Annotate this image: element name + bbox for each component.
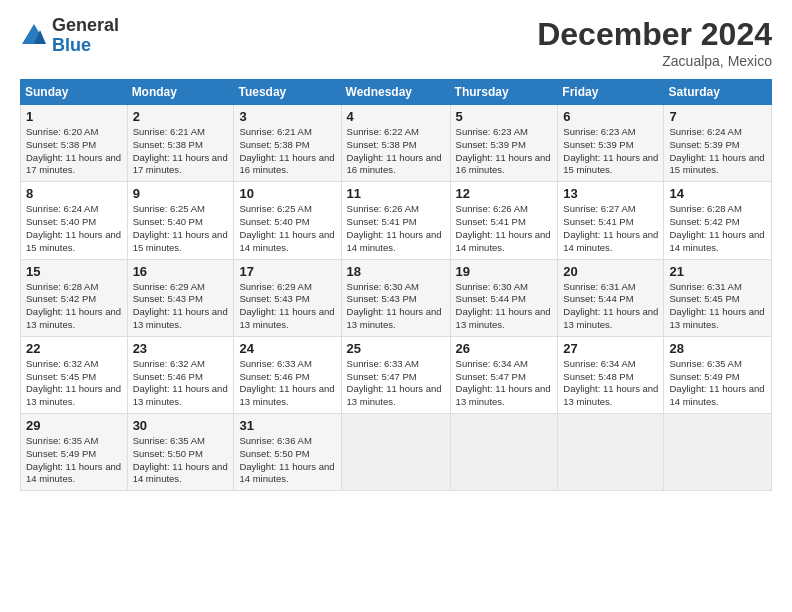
- calendar-header: Sunday Monday Tuesday Wednesday Thursday…: [21, 80, 772, 105]
- table-row: 5 Sunrise: 6:23 AMSunset: 5:39 PMDayligh…: [450, 105, 558, 182]
- day-info: Sunrise: 6:33 AMSunset: 5:47 PMDaylight:…: [347, 358, 442, 407]
- table-row: [341, 414, 450, 491]
- month-title: December 2024: [537, 16, 772, 53]
- table-row: 6 Sunrise: 6:23 AMSunset: 5:39 PMDayligh…: [558, 105, 664, 182]
- day-info: Sunrise: 6:35 AMSunset: 5:50 PMDaylight:…: [133, 435, 228, 484]
- day-number: 8: [26, 186, 122, 201]
- table-row: 23 Sunrise: 6:32 AMSunset: 5:46 PMDaylig…: [127, 336, 234, 413]
- day-number: 5: [456, 109, 553, 124]
- table-row: 10 Sunrise: 6:25 AMSunset: 5:40 PMDaylig…: [234, 182, 341, 259]
- table-row: 3 Sunrise: 6:21 AMSunset: 5:38 PMDayligh…: [234, 105, 341, 182]
- table-row: 12 Sunrise: 6:26 AMSunset: 5:41 PMDaylig…: [450, 182, 558, 259]
- table-row: 11 Sunrise: 6:26 AMSunset: 5:41 PMDaylig…: [341, 182, 450, 259]
- header: General Blue December 2024 Zacualpa, Mex…: [20, 16, 772, 69]
- table-row: 2 Sunrise: 6:21 AMSunset: 5:38 PMDayligh…: [127, 105, 234, 182]
- day-number: 7: [669, 109, 766, 124]
- table-row: 22 Sunrise: 6:32 AMSunset: 5:45 PMDaylig…: [21, 336, 128, 413]
- table-row: 28 Sunrise: 6:35 AMSunset: 5:49 PMDaylig…: [664, 336, 772, 413]
- table-row: 13 Sunrise: 6:27 AMSunset: 5:41 PMDaylig…: [558, 182, 664, 259]
- logo-blue: Blue: [52, 36, 119, 56]
- day-info: Sunrise: 6:29 AMSunset: 5:43 PMDaylight:…: [239, 281, 334, 330]
- table-row: 21 Sunrise: 6:31 AMSunset: 5:45 PMDaylig…: [664, 259, 772, 336]
- table-row: 24 Sunrise: 6:33 AMSunset: 5:46 PMDaylig…: [234, 336, 341, 413]
- col-sunday: Sunday: [21, 80, 128, 105]
- day-number: 17: [239, 264, 335, 279]
- day-number: 6: [563, 109, 658, 124]
- subtitle: Zacualpa, Mexico: [537, 53, 772, 69]
- table-row: 29 Sunrise: 6:35 AMSunset: 5:49 PMDaylig…: [21, 414, 128, 491]
- table-row: 7 Sunrise: 6:24 AMSunset: 5:39 PMDayligh…: [664, 105, 772, 182]
- day-info: Sunrise: 6:28 AMSunset: 5:42 PMDaylight:…: [669, 203, 764, 252]
- day-number: 22: [26, 341, 122, 356]
- title-block: December 2024 Zacualpa, Mexico: [537, 16, 772, 69]
- logo-general: General: [52, 16, 119, 36]
- day-number: 26: [456, 341, 553, 356]
- day-info: Sunrise: 6:24 AMSunset: 5:40 PMDaylight:…: [26, 203, 121, 252]
- day-info: Sunrise: 6:21 AMSunset: 5:38 PMDaylight:…: [239, 126, 334, 175]
- day-info: Sunrise: 6:34 AMSunset: 5:47 PMDaylight:…: [456, 358, 551, 407]
- table-row: [664, 414, 772, 491]
- day-info: Sunrise: 6:35 AMSunset: 5:49 PMDaylight:…: [26, 435, 121, 484]
- calendar-body: 1 Sunrise: 6:20 AMSunset: 5:38 PMDayligh…: [21, 105, 772, 491]
- table-row: 17 Sunrise: 6:29 AMSunset: 5:43 PMDaylig…: [234, 259, 341, 336]
- day-number: 14: [669, 186, 766, 201]
- table-row: [558, 414, 664, 491]
- table-row: 9 Sunrise: 6:25 AMSunset: 5:40 PMDayligh…: [127, 182, 234, 259]
- day-info: Sunrise: 6:36 AMSunset: 5:50 PMDaylight:…: [239, 435, 334, 484]
- day-number: 1: [26, 109, 122, 124]
- page: General Blue December 2024 Zacualpa, Mex…: [0, 0, 792, 612]
- day-info: Sunrise: 6:25 AMSunset: 5:40 PMDaylight:…: [239, 203, 334, 252]
- table-row: 19 Sunrise: 6:30 AMSunset: 5:44 PMDaylig…: [450, 259, 558, 336]
- day-info: Sunrise: 6:23 AMSunset: 5:39 PMDaylight:…: [456, 126, 551, 175]
- table-row: 31 Sunrise: 6:36 AMSunset: 5:50 PMDaylig…: [234, 414, 341, 491]
- day-info: Sunrise: 6:26 AMSunset: 5:41 PMDaylight:…: [456, 203, 551, 252]
- day-number: 18: [347, 264, 445, 279]
- table-row: 30 Sunrise: 6:35 AMSunset: 5:50 PMDaylig…: [127, 414, 234, 491]
- table-row: [450, 414, 558, 491]
- day-info: Sunrise: 6:24 AMSunset: 5:39 PMDaylight:…: [669, 126, 764, 175]
- logo-text: General Blue: [52, 16, 119, 56]
- logo: General Blue: [20, 16, 119, 56]
- day-info: Sunrise: 6:30 AMSunset: 5:44 PMDaylight:…: [456, 281, 551, 330]
- day-number: 24: [239, 341, 335, 356]
- day-number: 15: [26, 264, 122, 279]
- day-number: 29: [26, 418, 122, 433]
- day-number: 31: [239, 418, 335, 433]
- day-info: Sunrise: 6:31 AMSunset: 5:44 PMDaylight:…: [563, 281, 658, 330]
- col-saturday: Saturday: [664, 80, 772, 105]
- day-info: Sunrise: 6:22 AMSunset: 5:38 PMDaylight:…: [347, 126, 442, 175]
- day-info: Sunrise: 6:29 AMSunset: 5:43 PMDaylight:…: [133, 281, 228, 330]
- day-number: 23: [133, 341, 229, 356]
- day-info: Sunrise: 6:33 AMSunset: 5:46 PMDaylight:…: [239, 358, 334, 407]
- col-friday: Friday: [558, 80, 664, 105]
- day-number: 16: [133, 264, 229, 279]
- table-row: 1 Sunrise: 6:20 AMSunset: 5:38 PMDayligh…: [21, 105, 128, 182]
- day-number: 3: [239, 109, 335, 124]
- table-row: 27 Sunrise: 6:34 AMSunset: 5:48 PMDaylig…: [558, 336, 664, 413]
- table-row: 20 Sunrise: 6:31 AMSunset: 5:44 PMDaylig…: [558, 259, 664, 336]
- col-tuesday: Tuesday: [234, 80, 341, 105]
- day-number: 13: [563, 186, 658, 201]
- day-info: Sunrise: 6:20 AMSunset: 5:38 PMDaylight:…: [26, 126, 121, 175]
- day-number: 19: [456, 264, 553, 279]
- table-row: 26 Sunrise: 6:34 AMSunset: 5:47 PMDaylig…: [450, 336, 558, 413]
- calendar-table: Sunday Monday Tuesday Wednesday Thursday…: [20, 79, 772, 491]
- table-row: 18 Sunrise: 6:30 AMSunset: 5:43 PMDaylig…: [341, 259, 450, 336]
- day-number: 21: [669, 264, 766, 279]
- day-number: 27: [563, 341, 658, 356]
- table-row: 16 Sunrise: 6:29 AMSunset: 5:43 PMDaylig…: [127, 259, 234, 336]
- day-info: Sunrise: 6:35 AMSunset: 5:49 PMDaylight:…: [669, 358, 764, 407]
- day-info: Sunrise: 6:34 AMSunset: 5:48 PMDaylight:…: [563, 358, 658, 407]
- day-number: 28: [669, 341, 766, 356]
- day-number: 11: [347, 186, 445, 201]
- day-info: Sunrise: 6:21 AMSunset: 5:38 PMDaylight:…: [133, 126, 228, 175]
- day-info: Sunrise: 6:28 AMSunset: 5:42 PMDaylight:…: [26, 281, 121, 330]
- day-info: Sunrise: 6:30 AMSunset: 5:43 PMDaylight:…: [347, 281, 442, 330]
- day-number: 4: [347, 109, 445, 124]
- col-wednesday: Wednesday: [341, 80, 450, 105]
- table-row: 15 Sunrise: 6:28 AMSunset: 5:42 PMDaylig…: [21, 259, 128, 336]
- table-row: 8 Sunrise: 6:24 AMSunset: 5:40 PMDayligh…: [21, 182, 128, 259]
- day-number: 12: [456, 186, 553, 201]
- day-info: Sunrise: 6:26 AMSunset: 5:41 PMDaylight:…: [347, 203, 442, 252]
- table-row: 25 Sunrise: 6:33 AMSunset: 5:47 PMDaylig…: [341, 336, 450, 413]
